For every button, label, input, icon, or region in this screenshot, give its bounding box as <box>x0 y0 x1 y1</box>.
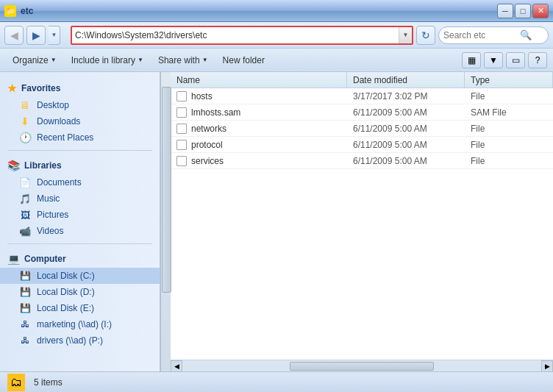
include-chevron: ▼ <box>138 57 143 63</box>
col-header-type[interactable]: Type <box>465 72 553 88</box>
local-disk-d-label: Local Disk (D:) <box>37 287 95 297</box>
desktop-icon: 🖥 <box>19 99 31 111</box>
file-icon <box>176 140 187 150</box>
file-type-cell: SAM File <box>465 107 553 118</box>
file-date-cell: 6/11/2009 5:00 AM <box>347 140 465 150</box>
preview-pane-button[interactable]: ▭ <box>506 52 525 68</box>
minimize-button[interactable]: ─ <box>497 4 513 18</box>
libraries-section[interactable]: 📚 Libraries <box>0 155 160 174</box>
downloads-label: Downloads <box>37 116 80 126</box>
search-input[interactable] <box>443 30 517 40</box>
share-label: Share with <box>158 55 200 65</box>
sidebar-item-pictures[interactable]: 🖼 Pictures <box>0 207 160 223</box>
file-rows: hosts 3/17/2017 3:02 PM File lmhosts.sam… <box>171 88 553 360</box>
file-name: services <box>191 156 224 166</box>
views-button[interactable]: ▦ <box>462 52 481 68</box>
music-label: Music <box>37 193 60 204</box>
file-icon <box>176 91 187 101</box>
file-icon <box>176 124 187 134</box>
sidebar-item-local-disk-e[interactable]: 💾 Local Disk (E:) <box>0 300 160 316</box>
status-folder-icon: 🗂 <box>7 374 25 391</box>
drive-e-icon: 💾 <box>19 302 31 314</box>
table-row[interactable]: services 6/11/2009 5:00 AM File <box>171 153 553 169</box>
folder-title-icon: 📁 <box>4 5 16 17</box>
sidebar-item-downloads[interactable]: ⬇ Downloads <box>0 113 160 129</box>
col-header-name[interactable]: Name <box>171 72 347 88</box>
share-with-button[interactable]: Share with ▼ <box>151 51 215 69</box>
file-date-cell: 6/11/2009 5:00 AM <box>347 107 465 118</box>
sidebar-item-desktop[interactable]: 🖥 Desktop <box>0 97 160 113</box>
computer-section[interactable]: 💻 Computer <box>0 249 160 268</box>
status-bar: 🗂 5 items <box>0 371 553 392</box>
recent-places-label: Recent Places <box>37 132 93 143</box>
refresh-button[interactable]: ↻ <box>416 26 435 45</box>
horizontal-scrollbar[interactable]: ◀ ▶ <box>171 360 553 371</box>
sidebar-item-drivers[interactable]: 🖧 drivers (\\ad) (P:) <box>0 332 160 349</box>
new-folder-label: New folder <box>223 55 265 65</box>
organize-button[interactable]: Organize ▼ <box>6 51 63 69</box>
sidebar-item-local-disk-c[interactable]: 💾 Local Disk (C:) <box>0 268 160 284</box>
sidebar-item-music[interactable]: 🎵 Music <box>0 190 160 207</box>
toolbar-right: ▦ ▼ ▭ ? <box>462 52 547 68</box>
pictures-icon: 🖼 <box>19 209 31 221</box>
sidebar-scrollbar-thumb[interactable] <box>162 87 171 293</box>
file-type-cell: File <box>465 91 553 101</box>
col-header-date[interactable]: Date modified <box>347 72 465 88</box>
file-icon <box>176 107 187 118</box>
file-name-cell: hosts <box>171 91 347 101</box>
back-button[interactable]: ◀ <box>4 26 24 45</box>
maximize-button[interactable]: □ <box>515 4 531 18</box>
videos-icon: 📹 <box>19 225 31 237</box>
sidebar-item-recent-places[interactable]: 🕐 Recent Places <box>0 129 160 146</box>
views-dropdown-button[interactable]: ▼ <box>484 52 503 68</box>
table-row[interactable]: protocol 6/11/2009 5:00 AM File <box>171 137 553 153</box>
recent-places-icon: 🕐 <box>19 132 31 143</box>
table-row[interactable]: networks 6/11/2009 5:00 AM File <box>171 121 553 137</box>
search-icon[interactable]: 🔍 <box>520 29 532 40</box>
title-bar-controls: ─ □ ✕ <box>497 4 549 18</box>
table-row[interactable]: lmhosts.sam 6/11/2009 5:00 AM SAM File <box>171 104 553 121</box>
address-input[interactable] <box>72 29 399 42</box>
sidebar-item-documents[interactable]: 📄 Documents <box>0 174 160 190</box>
file-name: networks <box>191 124 226 134</box>
star-icon: ★ <box>7 82 17 94</box>
scroll-thumb[interactable] <box>290 362 433 371</box>
computer-label: Computer <box>24 254 66 264</box>
new-folder-button[interactable]: New folder <box>216 51 271 69</box>
title-bar-title: etc <box>21 6 33 16</box>
file-date-cell: 3/17/2017 3:02 PM <box>347 91 465 101</box>
address-bar: ▼ ↻ <box>71 26 435 45</box>
favorites-section[interactable]: ★ Favorites <box>0 78 160 97</box>
drive-c-icon: 💾 <box>19 270 31 282</box>
file-list-header: Name Date modified Type <box>171 72 553 88</box>
libraries-label: Libraries <box>24 160 62 171</box>
local-disk-c-label: Local Disk (C:) <box>37 271 95 281</box>
file-date-cell: 6/11/2009 5:00 AM <box>347 156 465 166</box>
scroll-track[interactable] <box>182 361 541 371</box>
file-name-cell: networks <box>171 124 347 134</box>
file-name-cell: protocol <box>171 140 347 150</box>
sidebar-item-videos[interactable]: 📹 Videos <box>0 223 160 239</box>
nav-history-dropdown[interactable]: ▼ <box>49 26 60 45</box>
address-dropdown-btn[interactable]: ▼ <box>399 27 412 43</box>
file-icon <box>176 156 187 166</box>
documents-icon: 📄 <box>19 177 31 188</box>
sidebar-scrollbar[interactable] <box>160 72 171 371</box>
sidebar: ★ Favorites 🖥 Desktop ⬇ Downloads 🕐 Rece… <box>0 72 160 371</box>
include-in-library-button[interactable]: Include in library ▼ <box>65 51 150 69</box>
file-name-cell: lmhosts.sam <box>171 107 347 118</box>
forward-button[interactable]: ▶ <box>26 26 46 45</box>
file-type-cell: File <box>465 156 553 166</box>
close-button[interactable]: ✕ <box>532 4 549 18</box>
help-button[interactable]: ? <box>528 52 547 68</box>
table-row[interactable]: hosts 3/17/2017 3:02 PM File <box>171 88 553 104</box>
network-drive-p-icon: 🖧 <box>19 335 31 346</box>
sidebar-item-local-disk-d[interactable]: 💾 Local Disk (D:) <box>0 284 160 300</box>
sidebar-item-marketing[interactable]: 🖧 marketing (\\ad) (I:) <box>0 316 160 332</box>
scroll-left-button[interactable]: ◀ <box>171 360 182 372</box>
toolbar: Organize ▼ Include in library ▼ Share wi… <box>0 49 553 72</box>
marketing-label: marketing (\\ad) (I:) <box>37 319 112 329</box>
scroll-right-button[interactable]: ▶ <box>541 360 553 372</box>
status-item-count: 5 items <box>34 377 63 388</box>
file-name: lmhosts.sam <box>191 107 240 118</box>
